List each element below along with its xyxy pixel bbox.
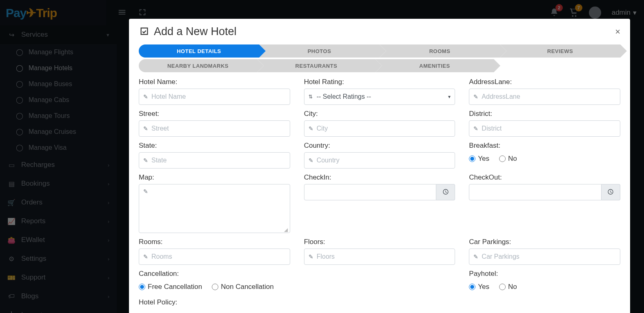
check-square-icon — [139, 25, 150, 38]
checkout-input[interactable] — [469, 184, 602, 200]
rooms-input-wrap[interactable]: ✎ — [139, 249, 290, 265]
address-lane-input-wrap[interactable]: ✎ — [469, 89, 620, 105]
country-input[interactable] — [317, 157, 451, 164]
resize-handle-icon[interactable]: ◢ — [284, 227, 289, 232]
district-input[interactable] — [482, 125, 616, 132]
wizard-step-landmarks[interactable]: NEARBY LANDMARKS — [139, 59, 257, 72]
label-hotel-policy: Hotel Policy: — [139, 298, 290, 306]
edit-icon: ✎ — [309, 157, 313, 164]
field-breakfast: Breakfast: Yes No — [469, 142, 620, 169]
wizard-step-restaurants[interactable]: RESTAURANTS — [257, 59, 375, 72]
car-parkings-input-wrap[interactable]: ✎ — [469, 249, 620, 265]
checkin-input[interactable] — [304, 184, 437, 200]
label-cancellation: Cancellation: — [139, 270, 290, 278]
modal-title: Add a New Hotel — [139, 25, 237, 38]
hotel-details-form: Hotel Name: ✎ Hotel Rating: ⇅ -- Select … — [129, 74, 630, 313]
label-payhotel: Payhotel: — [469, 270, 620, 278]
sort-icon: ⇅ — [309, 94, 313, 100]
edit-icon: ✎ — [143, 93, 148, 100]
wizard-row-2: NEARBY LANDMARKS RESTAURANTS AMENITIES — [129, 59, 630, 72]
field-rooms: Rooms: ✎ — [139, 238, 290, 265]
district-input-wrap[interactable]: ✎ — [469, 120, 620, 137]
clock-icon — [607, 189, 614, 196]
field-car-parkings: Car Parkings: ✎ — [469, 238, 620, 265]
breakfast-yes[interactable]: Yes — [469, 155, 489, 163]
edit-icon: ✎ — [309, 125, 313, 132]
field-map: Map: ✎ ◢ — [139, 173, 290, 233]
cancellation-free[interactable]: Free Cancellation — [139, 283, 202, 291]
edit-icon: ✎ — [473, 253, 478, 260]
car-parkings-input[interactable] — [482, 253, 616, 260]
hotel-name-input-wrap[interactable]: ✎ — [139, 89, 290, 105]
label-breakfast: Breakfast: — [469, 142, 620, 150]
country-input-wrap[interactable]: ✎ — [304, 152, 455, 169]
wizard-step-photos[interactable]: PHOTOS — [259, 44, 380, 58]
street-input-wrap[interactable]: ✎ — [139, 120, 290, 137]
address-lane-input[interactable] — [482, 93, 616, 100]
checkin-clock-addon[interactable] — [436, 184, 455, 200]
label-state: State: — [139, 142, 290, 150]
edit-icon: ✎ — [143, 253, 148, 260]
checkout-input-group[interactable] — [469, 184, 620, 200]
field-payhotel: Payhotel: Yes No — [469, 270, 620, 293]
field-floors: Floors: ✎ — [304, 238, 455, 265]
field-state: State: ✎ — [139, 142, 290, 169]
checkout-clock-addon[interactable] — [602, 184, 620, 200]
label-district: District: — [469, 110, 620, 118]
field-country: Country: ✎ — [304, 142, 455, 169]
field-checkin: CheckIn: — [304, 173, 455, 214]
label-checkout: CheckOut: — [469, 173, 620, 182]
field-city: City: ✎ — [304, 110, 455, 137]
state-input[interactable] — [151, 157, 286, 164]
field-district: District: ✎ — [469, 110, 620, 137]
label-map: Map: — [139, 173, 290, 182]
floors-input-wrap[interactable]: ✎ — [304, 249, 455, 265]
payhotel-no[interactable]: No — [499, 283, 517, 291]
wizard-step-amenities[interactable]: AMENITIES — [375, 59, 494, 72]
hotel-rating-select[interactable]: ⇅ -- Select Ratings -- ▾ — [304, 89, 455, 105]
field-cancellation: Cancellation: Free Cancellation Non Canc… — [139, 270, 290, 293]
field-checkout: CheckOut: — [469, 173, 620, 214]
payhotel-yes[interactable]: Yes — [469, 283, 489, 291]
edit-icon: ✎ — [309, 253, 313, 260]
street-input[interactable] — [151, 125, 286, 132]
wizard-step-hotel-details[interactable]: HOTEL DETAILS — [139, 44, 259, 58]
checkin-input-group[interactable] — [304, 184, 455, 200]
cancellation-non[interactable]: Non Cancellation — [212, 283, 273, 291]
rooms-input[interactable] — [151, 253, 286, 260]
wizard-step-reviews[interactable]: REVIEWS — [500, 44, 620, 58]
floors-input[interactable] — [317, 253, 451, 260]
label-country: Country: — [304, 142, 455, 150]
label-rooms: Rooms: — [139, 238, 290, 246]
wizard-row-1: HOTEL DETAILS PHOTOS ROOMS REVIEWS — [129, 42, 630, 58]
city-input-wrap[interactable]: ✎ — [304, 120, 455, 137]
state-input-wrap[interactable]: ✎ — [139, 152, 290, 169]
field-street: Street: ✎ — [139, 110, 290, 137]
edit-icon: ✎ — [473, 93, 478, 100]
label-checkin: CheckIn: — [304, 173, 455, 182]
label-hotel-rating: Hotel Rating: — [304, 78, 455, 86]
chevron-down-icon: ▾ — [448, 94, 451, 100]
modal-header: Add a New Hotel × — [129, 19, 630, 42]
breakfast-no[interactable]: No — [499, 155, 517, 163]
label-hotel-name: Hotel Name: — [139, 78, 290, 86]
field-address-lane: AddressLane: ✎ — [469, 78, 620, 105]
clock-icon — [442, 189, 449, 196]
field-hotel-policy: Hotel Policy: — [139, 298, 290, 309]
label-city: City: — [304, 110, 455, 118]
add-hotel-modal: Add a New Hotel × HOTEL DETAILS PHOTOS R… — [129, 19, 630, 313]
edit-icon: ✎ — [143, 125, 148, 132]
edit-icon: ✎ — [473, 125, 478, 132]
map-textarea[interactable]: ✎ ◢ — [139, 184, 290, 233]
field-hotel-name: Hotel Name: ✎ — [139, 78, 290, 105]
label-address-lane: AddressLane: — [469, 78, 620, 86]
hotel-name-input[interactable] — [151, 93, 286, 100]
label-street: Street: — [139, 110, 290, 118]
city-input[interactable] — [317, 125, 451, 132]
wizard-step-rooms[interactable]: ROOMS — [380, 44, 500, 58]
field-hotel-rating: Hotel Rating: ⇅ -- Select Ratings -- ▾ — [304, 78, 455, 105]
edit-icon: ✎ — [143, 188, 148, 195]
label-car-parkings: Car Parkings: — [469, 238, 620, 246]
edit-icon: ✎ — [143, 157, 148, 164]
close-button[interactable]: × — [615, 27, 620, 37]
